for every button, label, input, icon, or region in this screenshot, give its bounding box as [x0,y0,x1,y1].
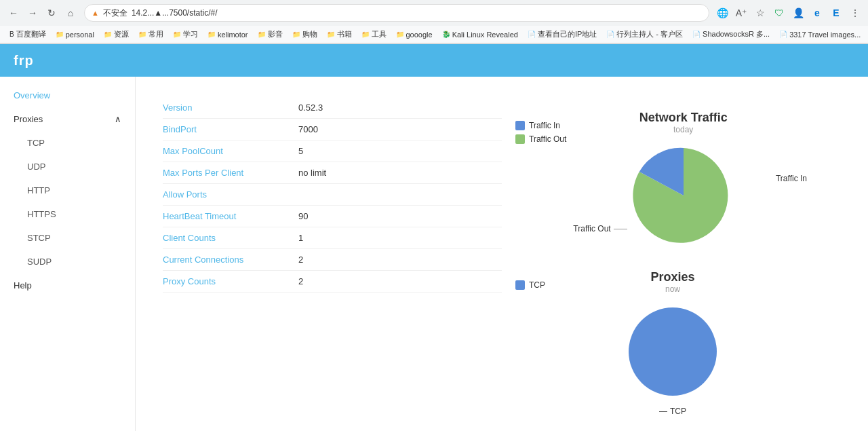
value-version: 0.52.3 [298,102,323,113]
zoom-icon[interactable]: A⁺ [734,5,749,20]
traffic-pie-chart [629,141,738,250]
back-button[interactable]: ← [5,5,22,21]
sidebar-section-proxies[interactable]: Proxies ∧ [0,107,135,131]
bookmark-ip[interactable]: 📄 查看自己的IP地址 [524,28,601,41]
label-version: Version [163,102,298,113]
info-row-clients: Client Counts 1 [163,227,502,249]
sidebar-item-http[interactable]: HTTP [7,179,135,202]
profile-icon[interactable]: 👤 [791,5,806,20]
bookmark-personal[interactable]: 📁 personal [52,29,98,40]
sidebar-item-udp[interactable]: UDP [7,155,135,179]
bookmark-shadowsocks[interactable]: 📄 ShadowsocksR 多... [688,28,774,41]
traffic-out-legend-label: Traffic Out [529,134,566,144]
security-icon: ▲ [92,9,99,17]
sidebar-item-help[interactable]: Help [0,274,135,297]
network-traffic-chart: Network Traffic today [580,111,787,250]
bookmark-hanglie[interactable]: 📄 行列主持人 - 客户区 [602,28,687,41]
bookmark-travel[interactable]: 📄 3317 Travel images... [775,29,865,40]
legend-item-tcp: TCP [515,280,545,290]
sidebar-sub-proxies: TCP UDP HTTP HTTPS STCP SUDP [0,131,135,274]
info-row-proxycounts: Proxy Counts 2 [163,271,502,293]
info-row-maxports: Max Ports Per Client no limit [163,162,502,184]
address-bar[interactable]: ▲ 不安全 14.2...▲...7500/static/#/ [84,4,709,22]
chevron-up-icon: ∧ [115,114,121,124]
pie-wrapper-traffic: Traffic In Traffic Out [580,141,787,250]
bookmark-kali[interactable]: 🐉 Kali Linux Revealed [438,29,522,40]
app-header: frp [0,44,868,77]
label-maxpool: Max PoolCount [163,146,298,156]
proxies-chart-wrapper: — TCP [559,301,787,402]
bookmark-yingyin[interactable]: 📁 影音 [254,28,287,41]
bookmark-gouwu[interactable]: 📁 购物 [288,28,321,41]
label-clients: Client Counts [163,233,298,243]
traffic-legend: Traffic In Traffic Out [515,111,566,243]
sidebar: Overview Proxies ∧ TCP UDP HTTP HTTPS ST… [0,77,136,431]
translate-icon[interactable]: 🌐 [715,5,730,20]
bookmarks-bar: B 百度翻译 📁 personal 📁 资源 📁 常用 📁 学习 📁 kelim… [0,26,868,43]
app-body: Overview Proxies ∧ TCP UDP HTTP HTTPS ST… [0,77,868,431]
url-text: 不安全 [103,7,127,19]
value-connections: 2 [298,255,303,265]
bookmark-changyong[interactable]: 📁 常用 [134,28,167,41]
home-button[interactable]: ⌂ [62,5,79,21]
label-maxports: Max Ports Per Client [163,168,298,178]
sidebar-item-stcp[interactable]: STCP [7,226,135,250]
tcp-dot [515,280,525,290]
value-heartbeat: 90 [298,211,308,221]
network-traffic-title: Network Traffic [580,111,787,125]
bookmark-google[interactable]: 📁 gooogle [392,29,437,40]
settings-icon[interactable]: ⋮ [848,5,863,20]
browser-toolbar: ← → ↻ ⌂ ▲ 不安全 14.2...▲...7500/static/#/ … [0,0,868,26]
value-bindport: 7000 [298,124,318,134]
forward-button[interactable]: → [24,5,41,21]
info-row-bindport: BindPort 7000 [163,119,502,140]
traffic-in-chart-label: Traffic In [776,174,807,183]
traffic-in-legend-label: Traffic In [529,121,560,130]
network-traffic-subtitle: today [580,125,787,134]
edge-icon[interactable]: e [810,5,825,20]
shield-icon[interactable]: 🛡 [772,5,787,20]
legend-item-traffic-out: Traffic Out [515,134,566,144]
bookmark-icon[interactable]: ☆ [753,5,768,20]
sidebar-item-sudp[interactable]: SUDP [7,250,135,274]
info-table: Version 0.52.3 BindPort 7000 Max PoolCou… [163,97,502,431]
bookmark-xuexi[interactable]: 📁 学习 [169,28,202,41]
sidebar-item-overview[interactable]: Overview [0,83,135,107]
traffic-out-chart-label: Traffic Out [573,224,627,233]
value-maxports: no limit [298,168,326,178]
traffic-out-dot [515,134,525,144]
charts-area: Traffic In Traffic Out Network Traffic t… [502,97,800,431]
tcp-legend-label: TCP [529,280,545,290]
network-traffic-section: Traffic In Traffic Out Network Traffic t… [515,111,787,250]
proxies-pie-container: Proxies now — TCP [559,270,787,402]
sidebar-item-tcp[interactable]: TCP [7,131,135,155]
nav-buttons: ← → ↻ ⌂ [5,5,79,21]
refresh-button[interactable]: ↻ [43,5,60,21]
url-path: 14.2...▲...7500/static/#/ [132,8,218,18]
bookmark-baidu[interactable]: B 百度翻译 [5,28,50,41]
proxies-subtitle: now [559,284,787,294]
proxies-legend: TCP [515,270,545,396]
label-connections: Current Connections [163,255,298,265]
bookmark-ziyuan[interactable]: 📁 资源 [100,28,133,41]
edge-icon2[interactable]: E [829,5,844,20]
proxies-chart-section: TCP Proxies now [515,270,787,402]
bookmark-shuji[interactable]: 📁 书籍 [323,28,356,41]
tcp-chart-label: — TCP [659,407,686,416]
app-title: frp [14,53,34,69]
label-proxycounts: Proxy Counts [163,276,298,286]
info-row-connections: Current Connections 2 [163,249,502,271]
content-row: Version 0.52.3 BindPort 7000 Max PoolCou… [163,97,841,431]
label-bindport: BindPort [163,124,298,134]
sidebar-item-https[interactable]: HTTPS [7,202,135,226]
value-clients: 1 [298,233,303,243]
toolbar-right: 🌐 A⁺ ☆ 🛡 👤 e E ⋮ [715,5,863,20]
bookmark-gongju[interactable]: 📁 工具 [357,28,391,41]
proxies-title: Proxies [559,270,787,284]
info-row-maxpool: Max PoolCount 5 [163,140,502,162]
info-row-heartbeat: HeartBeat Timeout 90 [163,206,502,227]
proxies-circle [629,307,717,396]
label-heartbeat: HeartBeat Timeout [163,211,298,221]
info-row-version: Version 0.52.3 [163,97,502,119]
bookmark-kelimotor[interactable]: 📁 kelimotor [203,29,252,40]
